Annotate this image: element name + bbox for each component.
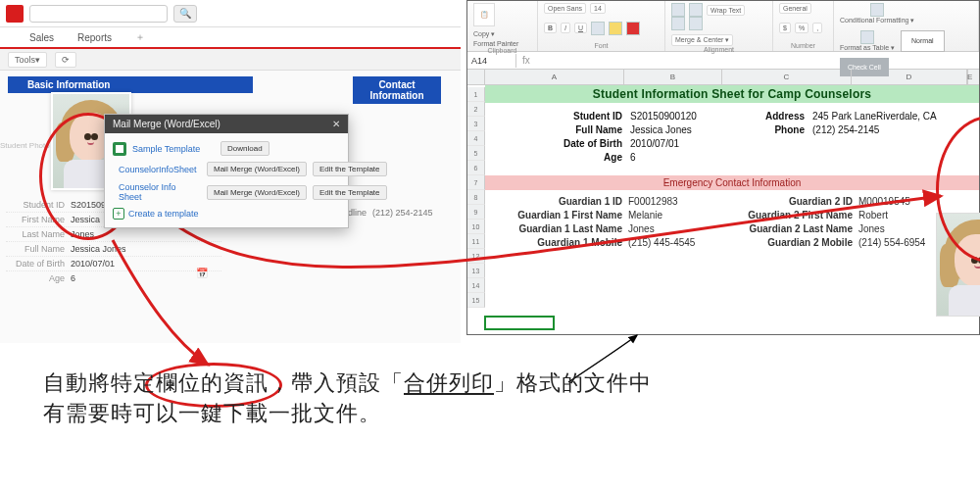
- col-A[interactable]: A: [485, 70, 624, 84]
- excel-icon: [113, 142, 126, 156]
- format-table-button[interactable]: Format as Table ▾: [840, 44, 895, 52]
- font-name[interactable]: Open Sans: [544, 3, 586, 14]
- row-number[interactable]: 15: [467, 293, 485, 308]
- k-dob2: Date of Birth: [544, 138, 622, 149]
- border-icon[interactable]: [591, 22, 605, 35]
- font-size[interactable]: 14: [590, 3, 606, 14]
- edit-template-button[interactable]: Edit the Template: [313, 185, 387, 200]
- row-number[interactable]: 8: [467, 190, 485, 205]
- cond-format-button[interactable]: Conditional Formatting ▾: [840, 17, 914, 24]
- tools-menu[interactable]: Tools▾: [8, 52, 47, 68]
- v-addr: 245 Park LaneRiverdale, CA: [812, 111, 937, 122]
- student-photo-excel: [936, 213, 980, 317]
- plus-icon: +: [113, 208, 124, 220]
- search-button[interactable]: 🔍: [173, 5, 197, 23]
- bold-button[interactable]: B: [544, 23, 557, 33]
- close-icon[interactable]: ✕: [332, 119, 340, 129]
- tab-sales[interactable]: Sales: [29, 27, 54, 47]
- row-number[interactable]: 14: [467, 278, 485, 293]
- template-counselor2[interactable]: Counselor Info Sheet: [119, 182, 201, 202]
- underline-button[interactable]: U: [574, 23, 587, 33]
- row-number[interactable]: 13: [467, 264, 485, 278]
- align-icon[interactable]: [689, 3, 703, 17]
- k-age2: Age: [544, 152, 622, 163]
- active-cell[interactable]: [484, 316, 555, 330]
- number-format[interactable]: General: [779, 3, 811, 14]
- v-last: Jones: [71, 229, 94, 239]
- search-icon: 🔍: [179, 8, 191, 19]
- v-gf2: Robert: [853, 210, 888, 220]
- v-sid: S20150900120: [630, 111, 738, 122]
- row-number[interactable]: 2: [467, 102, 485, 117]
- name-box[interactable]: A14: [467, 54, 516, 68]
- template-sample[interactable]: Sample Template: [132, 144, 215, 154]
- cond-format-icon[interactable]: [870, 3, 884, 17]
- select-all[interactable]: [467, 70, 485, 84]
- download-button[interactable]: Download: [220, 141, 270, 156]
- tab-reports[interactable]: Reports: [77, 27, 112, 47]
- align-icon[interactable]: [671, 3, 685, 17]
- section-contact: Contact Information: [353, 76, 441, 104]
- col-C[interactable]: C: [722, 70, 852, 84]
- mailmerge-button[interactable]: Mail Merge (Word/Excel): [207, 185, 307, 200]
- v-age2: 6: [630, 152, 738, 163]
- anno-l1b: 合併列印: [404, 370, 494, 395]
- row-number[interactable]: 3: [467, 117, 485, 131]
- align-icon[interactable]: [671, 17, 685, 30]
- anno-l1c: 」格式的文件中: [494, 370, 652, 395]
- v-full2: Jessica Jones: [630, 124, 738, 135]
- row-number[interactable]: 6: [467, 161, 485, 175]
- k-gl1: Guardian 1 Last Name: [495, 223, 622, 234]
- k-full: Full Name: [6, 244, 65, 254]
- create-template-label: Create a template: [128, 209, 199, 219]
- v-dob: 2010/07/01: [71, 259, 115, 269]
- refresh-button[interactable]: ⟳: [55, 52, 76, 68]
- edit-template-button[interactable]: Edit the Template: [313, 162, 387, 176]
- template-counselor1[interactable]: CounselorInfoSheet: [119, 165, 201, 174]
- col-D[interactable]: D: [852, 70, 967, 84]
- record-body: Basic Information Contact Information St…: [0, 71, 461, 99]
- row-number[interactable]: 5: [467, 146, 485, 161]
- fontcolor-icon[interactable]: [626, 22, 640, 35]
- currency-icon[interactable]: $: [779, 23, 791, 33]
- photo-label: Student Photo: [0, 141, 50, 150]
- format-painter-button[interactable]: Format Painter: [473, 40, 518, 47]
- row-number[interactable]: 9: [467, 205, 485, 220]
- k-gm1: Guardian 1 Mobile: [495, 237, 622, 248]
- row-number[interactable]: 11: [467, 234, 485, 249]
- create-template-link[interactable]: +Create a template: [113, 208, 340, 220]
- anno-l1a: 自動將特定欄位的資訊，帶入預設「: [43, 370, 404, 395]
- style-normal[interactable]: Normal: [901, 30, 945, 52]
- italic-button[interactable]: I: [561, 23, 570, 33]
- wrap-button[interactable]: Wrap Text: [707, 5, 745, 16]
- k-last: Last Name: [6, 229, 65, 239]
- comma-icon[interactable]: ,: [812, 23, 822, 33]
- row-number[interactable]: 4: [467, 131, 485, 146]
- row-number[interactable]: 7: [467, 175, 485, 190]
- v-full: Jessica Jones: [71, 244, 126, 254]
- sheet: /* row numbers generated */ Student Info…: [467, 85, 979, 336]
- col-E[interactable]: E: [967, 70, 968, 84]
- row-number[interactable]: 12: [467, 249, 485, 264]
- mailmerge-button[interactable]: Mail Merge (Word/Excel): [207, 162, 307, 176]
- align-icon[interactable]: [689, 17, 703, 30]
- tab-add[interactable]: ＋: [135, 27, 145, 47]
- format-table-icon[interactable]: [860, 30, 874, 44]
- calendar-icon[interactable]: 📅: [196, 268, 208, 278]
- k-gid2: Guardian 2 ID: [720, 196, 853, 207]
- merge-button[interactable]: Merge & Center ▾: [671, 34, 733, 46]
- search-input[interactable]: [29, 5, 168, 23]
- copy-button[interactable]: Copy ▾: [473, 30, 518, 38]
- row-number[interactable]: 1: [467, 87, 485, 102]
- paste-button[interactable]: 📋: [473, 3, 495, 26]
- fill-icon[interactable]: [609, 22, 622, 35]
- ribbon: 📋 Copy ▾ Format Painter Clipboard Open S…: [467, 1, 979, 52]
- percent-icon[interactable]: %: [795, 23, 808, 33]
- col-B[interactable]: B: [624, 70, 722, 84]
- v-gid1: F00012983: [622, 196, 720, 207]
- v-gm2: (214) 554-6954: [853, 237, 925, 248]
- excel-window: 📋 Copy ▾ Format Painter Clipboard Open S…: [466, 0, 980, 335]
- fx-icon[interactable]: fx: [516, 55, 536, 66]
- k-full2: Full Name: [544, 124, 622, 135]
- row-number[interactable]: 10: [467, 220, 485, 234]
